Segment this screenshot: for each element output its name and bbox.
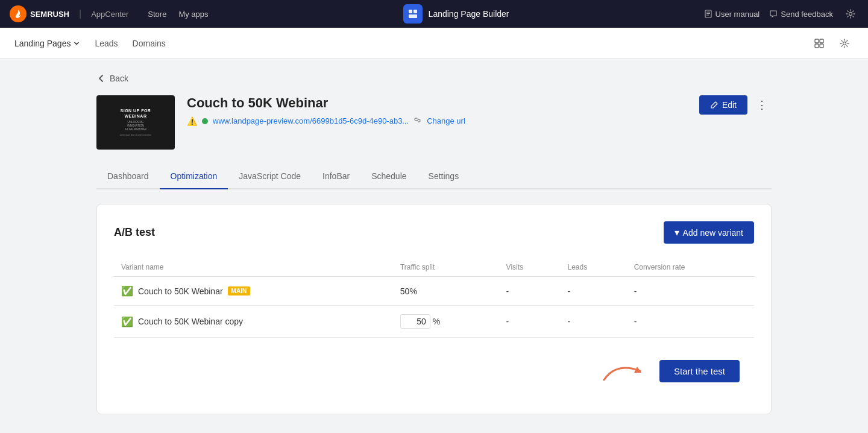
page-thumbnail: SIGN UP FORWEBINAR UNLOCKINGINNOVATIONA … <box>96 95 175 150</box>
copy-link-icon[interactable] <box>414 116 422 126</box>
user-manual-label: User manual <box>715 10 760 19</box>
svg-rect-10 <box>820 39 823 43</box>
traffic-split-input[interactable] <box>400 314 430 329</box>
traffic-split-cell: 50% <box>393 277 499 306</box>
col-variant-name: Variant name <box>114 258 393 277</box>
ab-test-card: A/B test ▾ Add new variant Variant name … <box>96 204 772 414</box>
tab-schedule[interactable]: Schedule <box>360 164 417 189</box>
store-link[interactable]: Store <box>148 10 166 19</box>
tab-javascript-code[interactable]: JavaScript Code <box>228 164 312 189</box>
page-header-actions: Edit ⋮ <box>699 95 772 115</box>
add-variant-label: Add new variant <box>683 228 743 238</box>
variant-status-icon: ✅ <box>121 316 133 327</box>
page-header: SIGN UP FORWEBINAR UNLOCKINGINNOVATIONA … <box>96 95 772 150</box>
tab-infobar[interactable]: InfoBar <box>312 164 360 189</box>
col-leads: Leads <box>561 258 627 277</box>
page-title: Couch to 50K Webinar <box>187 95 687 111</box>
grid-icon <box>814 39 824 48</box>
app-name-label: Landing Page Builder <box>429 9 509 19</box>
change-url-link[interactable]: Change url <box>427 116 465 125</box>
svg-point-13 <box>843 42 846 45</box>
svg-rect-2 <box>414 10 417 13</box>
brand-name: SEMRUSH <box>30 10 69 19</box>
ab-test-title: A/B test <box>114 226 155 239</box>
variant-name: Couch to 50K Webinar <box>138 286 223 296</box>
warning-icon: ⚠️ <box>187 116 197 126</box>
svg-rect-11 <box>815 44 819 48</box>
col-conversion-rate: Conversion rate <box>627 258 754 277</box>
back-arrow-icon <box>96 74 106 83</box>
variant-name-container: ✅ Couch to 50K Webinar MAIN <box>121 285 386 297</box>
traffic-split-editable: % <box>400 314 440 329</box>
variant-name-cell: ✅ Couch to 50K Webinar MAIN <box>114 277 393 306</box>
grid-view-icon[interactable] <box>810 34 828 52</box>
leads-nav-link[interactable]: Leads <box>95 36 118 51</box>
landing-page-builder-icon <box>407 8 418 19</box>
col-visits: Visits <box>499 258 561 277</box>
thumbnail-subtitle: UNLOCKINGINNOVATIONA LIVE WEBINAR <box>120 121 152 131</box>
link-icon <box>414 116 422 124</box>
tab-settings[interactable]: Settings <box>418 164 470 189</box>
nav-right: User manual Send feedback <box>704 6 858 22</box>
table-body: ✅ Couch to 50K Webinar MAIN 50% - - - <box>114 277 754 397</box>
variant-name-container: ✅ Couch to 50K Webinar copy <box>121 316 386 327</box>
nav-center: Landing Page Builder <box>209 4 704 24</box>
thumbnail-title: SIGN UP FORWEBINAR <box>120 109 152 119</box>
traffic-split-value: 50% <box>400 286 417 296</box>
secondary-nav-left: Landing Pages Leads Domains <box>14 36 166 51</box>
user-manual-link[interactable]: User manual <box>704 10 760 19</box>
start-test-row: Start the test <box>121 346 747 388</box>
secondary-navigation: Landing Pages Leads Domains <box>0 28 868 59</box>
variant-name: Couch to 50K Webinar copy <box>138 317 243 326</box>
page-info: Couch to 50K Webinar ⚠️ www.landpage-pre… <box>187 95 687 126</box>
top-settings-icon[interactable] <box>843 6 858 22</box>
thumbnail-text: Lorem ipsum dolor sit amet consectetur <box>120 134 152 136</box>
chevron-down-icon <box>73 40 80 47</box>
thumbnail-content: SIGN UP FORWEBINAR UNLOCKINGINNOVATIONA … <box>120 109 152 136</box>
main-badge: MAIN <box>228 286 251 296</box>
percent-symbol: % <box>433 317 440 326</box>
secondary-settings-icon[interactable] <box>835 34 854 52</box>
conversion-rate-cell: - <box>627 277 754 306</box>
back-link[interactable]: Back <box>96 74 772 83</box>
start-test-button[interactable]: Start the test <box>659 360 740 382</box>
leads-cell: - <box>561 306 627 338</box>
domains-nav-link[interactable]: Domains <box>133 36 166 51</box>
top-navigation: SEMRUSH | AppCenter Store My apps Landin… <box>0 0 868 28</box>
edit-button[interactable]: Edit <box>699 95 747 115</box>
landing-pages-label: Landing Pages <box>14 39 71 48</box>
svg-point-8 <box>849 13 852 16</box>
col-traffic-split: Traffic split <box>393 258 499 277</box>
feedback-icon <box>769 10 778 18</box>
table-header: Variant name Traffic split Visits Leads … <box>114 258 754 277</box>
tab-optimization[interactable]: Optimization <box>160 164 228 189</box>
nav-left: SEMRUSH | AppCenter Store My apps <box>10 5 209 22</box>
svg-rect-9 <box>815 39 819 43</box>
my-apps-link[interactable]: My apps <box>178 10 208 19</box>
secondary-nav-right <box>810 34 854 52</box>
semrush-logo[interactable]: SEMRUSH <box>10 5 69 22</box>
traffic-split-cell: % <box>393 306 499 338</box>
ab-test-header: A/B test ▾ Add new variant <box>114 221 754 244</box>
app-icon-box <box>403 4 423 24</box>
tab-bar: Dashboard Optimization JavaScript Code I… <box>96 164 772 189</box>
ab-test-table: Variant name Traffic split Visits Leads … <box>114 258 754 397</box>
table-row: ✅ Couch to 50K Webinar copy % - - - <box>114 306 754 338</box>
nav-divider: | <box>79 8 81 19</box>
back-label: Back <box>110 74 128 83</box>
add-icon: ▾ <box>675 227 679 238</box>
app-center-label: AppCenter <box>91 10 128 19</box>
arrow-decoration <box>598 356 652 386</box>
add-variant-button[interactable]: ▾ Add new variant <box>664 221 754 244</box>
main-content: Back SIGN UP FORWEBINAR UNLOCKINGINNOVAT… <box>72 59 796 429</box>
nav-links: Store My apps <box>148 10 208 19</box>
visits-cell: - <box>499 277 561 306</box>
landing-pages-dropdown[interactable]: Landing Pages <box>14 39 80 48</box>
send-feedback-label: Send feedback <box>781 10 833 19</box>
more-options-button[interactable]: ⋮ <box>752 95 772 115</box>
variant-name-cell: ✅ Couch to 50K Webinar copy <box>114 306 393 338</box>
tab-dashboard[interactable]: Dashboard <box>96 164 160 189</box>
send-feedback-link[interactable]: Send feedback <box>769 10 833 19</box>
settings-gear-icon <box>840 39 849 48</box>
page-url-link[interactable]: www.landpage-preview.com/6699b1d5-6c9d-4… <box>213 116 409 125</box>
